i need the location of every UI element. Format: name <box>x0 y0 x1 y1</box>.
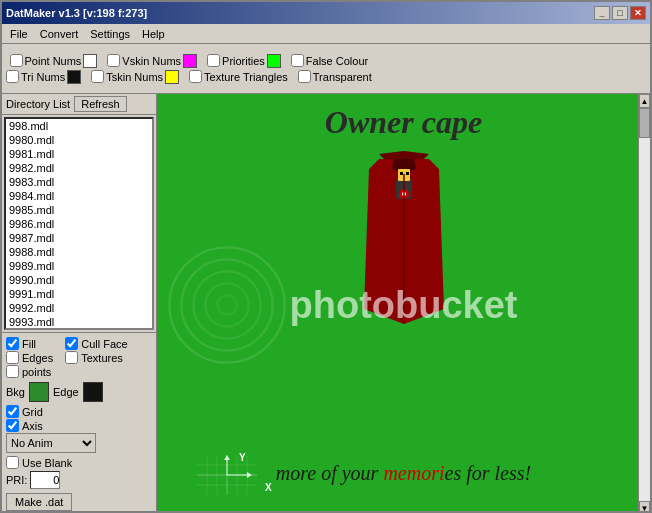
toolbar: Point Nums Vskin Nums Priorities False C… <box>2 44 650 94</box>
axis-label: Axis <box>22 420 43 432</box>
menu-settings[interactable]: Settings <box>84 26 136 42</box>
menu-convert[interactable]: Convert <box>34 26 85 42</box>
file-item[interactable]: 9984.mdl <box>6 189 152 203</box>
false-colour-text: False Colour <box>306 55 368 67</box>
point-nums-color <box>83 54 97 68</box>
textures-row: Textures <box>65 351 127 364</box>
tskin-nums-checkbox[interactable] <box>91 70 104 83</box>
close-button[interactable]: ✕ <box>630 6 646 20</box>
vskin-nums-checkbox[interactable] <box>107 54 120 67</box>
photobucket-text: photobucket <box>290 283 518 326</box>
tskin-nums-color <box>165 70 179 84</box>
fill-checkbox[interactable] <box>6 337 19 350</box>
file-item[interactable]: 9980.mdl <box>6 133 152 147</box>
transparent-checkbox[interactable] <box>298 70 311 83</box>
scroll-down-button[interactable]: ▼ <box>639 501 650 513</box>
pri-label: PRI: <box>6 474 27 486</box>
file-item[interactable]: 9992.mdl <box>6 301 152 315</box>
points-row: points <box>6 365 53 378</box>
fill-row: Fill <box>6 337 53 350</box>
transparent-label[interactable]: Transparent <box>298 70 372 83</box>
tri-nums-label[interactable]: Tri Nums <box>6 70 81 84</box>
axis-row: Axis <box>6 419 152 432</box>
file-item[interactable]: 9990.mdl <box>6 273 152 287</box>
vskin-nums-text: Vskin Nums <box>122 55 181 67</box>
menu-file[interactable]: File <box>4 26 34 42</box>
fill-label: Fill <box>22 338 36 350</box>
file-item[interactable]: 9986.mdl <box>6 217 152 231</box>
cull-face-row: Cull Face <box>65 337 127 350</box>
edges-checkbox[interactable] <box>6 351 19 364</box>
minimize-button[interactable]: _ <box>594 6 610 20</box>
use-blank-checkbox[interactable] <box>6 456 19 469</box>
pri-input[interactable] <box>30 471 60 489</box>
texture-triangles-label[interactable]: Texture Triangles <box>189 70 288 83</box>
vskin-nums-color <box>183 54 197 68</box>
false-colour-checkbox[interactable] <box>291 54 304 67</box>
texture-triangles-text: Texture Triangles <box>204 71 288 83</box>
file-item[interactable]: 998.mdl <box>6 119 152 133</box>
tskin-nums-label[interactable]: Tskin Nums <box>91 70 179 84</box>
point-nums-label[interactable]: Point Nums <box>10 54 98 68</box>
app-title: DatMaker v1.3 [v:198 f:273] <box>6 7 147 19</box>
vskin-nums-label[interactable]: Vskin Nums <box>107 54 197 68</box>
svg-marker-20 <box>247 472 252 478</box>
points-checkbox[interactable] <box>6 365 19 378</box>
make-dat-button[interactable]: Make .dat <box>6 493 72 511</box>
svg-rect-7 <box>400 172 403 175</box>
bkg-color-swatch[interactable] <box>29 382 49 402</box>
tri-nums-color <box>67 70 81 84</box>
tri-nums-text: Tri Nums <box>21 71 65 83</box>
cull-face-checkbox[interactable] <box>65 337 78 350</box>
spiral-graphic <box>167 245 287 365</box>
scroll-track <box>639 108 650 501</box>
file-item[interactable]: 9993.mdl <box>6 315 152 329</box>
titlebar-title: DatMaker v1.3 [v:198 f:273] <box>6 7 147 19</box>
menubar: File Convert Settings Help <box>2 24 650 44</box>
point-nums-checkbox[interactable] <box>10 54 23 67</box>
file-item[interactable]: 9989.mdl <box>6 259 152 273</box>
file-item[interactable]: 9982.mdl <box>6 161 152 175</box>
no-anim-select[interactable]: No Anim <box>6 433 96 453</box>
file-item[interactable]: 9981.mdl <box>6 147 152 161</box>
textures-label: Textures <box>81 352 123 364</box>
tri-nums-checkbox[interactable] <box>6 70 19 83</box>
false-colour-label[interactable]: False Colour <box>291 54 368 67</box>
textures-checkbox[interactable] <box>65 351 78 364</box>
memories-highlight: memori <box>383 462 444 484</box>
file-list[interactable]: 998.mdl9980.mdl9981.mdl9982.mdl9983.mdl9… <box>4 117 154 330</box>
file-item[interactable]: 9994.mdl <box>6 329 152 330</box>
menu-help[interactable]: Help <box>136 26 171 42</box>
cull-face-label: Cull Face <box>81 338 127 350</box>
canvas-scrollbar[interactable]: ▲ ▼ <box>638 94 650 513</box>
transparent-text: Transparent <box>313 71 372 83</box>
file-item[interactable]: 9991.mdl <box>6 287 152 301</box>
canvas-area: Owner cape <box>157 94 650 513</box>
file-item[interactable]: 9985.mdl <box>6 203 152 217</box>
priorities-checkbox[interactable] <box>207 54 220 67</box>
grid-checkbox[interactable] <box>6 405 19 418</box>
scroll-up-button[interactable]: ▲ <box>639 94 650 108</box>
point-nums-text: Point Nums <box>25 55 82 67</box>
svg-point-1 <box>181 259 272 350</box>
file-item[interactable]: 9988.mdl <box>6 245 152 259</box>
main-area: Directory List Refresh 998.mdl9980.mdl99… <box>2 94 650 513</box>
points-label: points <box>22 366 51 378</box>
scroll-thumb[interactable] <box>639 108 650 138</box>
maximize-button[interactable]: □ <box>612 6 628 20</box>
priorities-color <box>267 54 281 68</box>
priorities-text: Priorities <box>222 55 265 67</box>
edge-color-swatch[interactable] <box>83 382 103 402</box>
svg-rect-8 <box>406 172 409 175</box>
file-item[interactable]: 9987.mdl <box>6 231 152 245</box>
edge-label: Edge <box>53 386 79 398</box>
texture-triangles-checkbox[interactable] <box>189 70 202 83</box>
file-item[interactable]: 9983.mdl <box>6 175 152 189</box>
svg-point-4 <box>217 295 236 314</box>
use-blank-row: Use Blank <box>6 456 152 469</box>
axis-checkbox[interactable] <box>6 419 19 432</box>
priorities-label[interactable]: Priorities <box>207 54 281 68</box>
bottom-controls: Fill Edges points Cull Face <box>2 332 156 513</box>
use-blank-label: Use Blank <box>22 457 72 469</box>
refresh-button[interactable]: Refresh <box>74 96 127 112</box>
